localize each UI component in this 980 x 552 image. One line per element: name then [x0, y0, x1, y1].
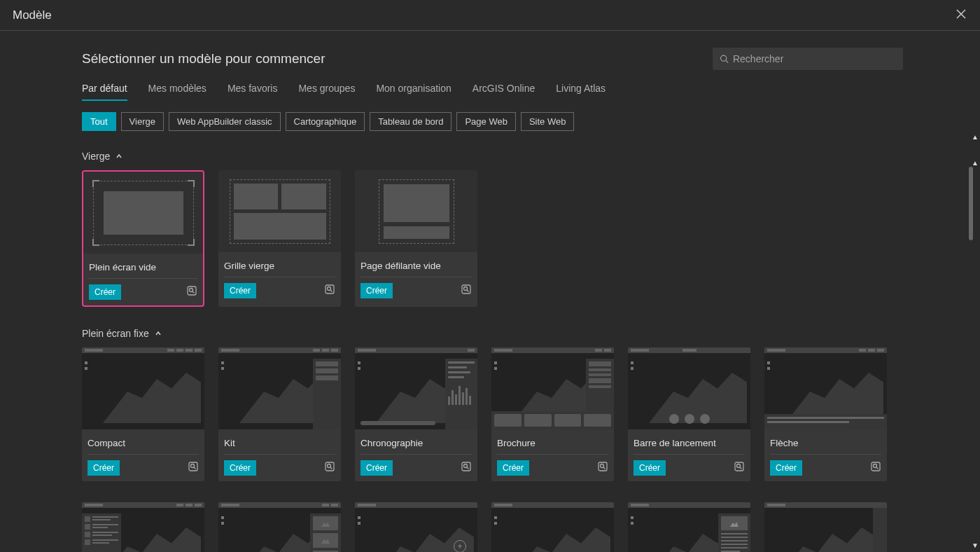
template-card-kit[interactable]: Kit Créer	[218, 347, 341, 481]
section-fullscreen-header[interactable]: Plein écran fixe	[82, 328, 903, 339]
template-card-chrono[interactable]: Chronographie Créer	[355, 347, 477, 481]
fullscreen-cards-row2: +	[82, 502, 903, 552]
search-input[interactable]	[733, 53, 896, 64]
svg-point-14	[191, 464, 195, 468]
create-button[interactable]: Créer	[497, 460, 529, 476]
main-content: Sélectionner un modèle pour commencer Pa…	[0, 31, 980, 552]
preview-icon[interactable]	[186, 285, 197, 299]
create-button[interactable]: Créer	[360, 460, 393, 476]
tab-default[interactable]: Par défaut	[82, 83, 127, 101]
blank-cards: Plein écran vide Créer Grille vierge Cré…	[82, 170, 903, 307]
template-card[interactable]	[82, 502, 204, 552]
template-card-fullscreen-blank[interactable]: Plein écran vide Créer	[82, 170, 204, 307]
svg-line-12	[467, 290, 469, 292]
tab-my-favorites[interactable]: Mes favoris	[227, 83, 278, 101]
template-thumbnail	[764, 347, 887, 429]
svg-marker-32	[321, 539, 330, 544]
template-thumbnail	[355, 170, 477, 252]
filter-website[interactable]: Site Web	[521, 112, 575, 131]
svg-rect-16	[326, 462, 334, 471]
template-thumbnail	[628, 347, 750, 429]
scroll-up-arrow[interactable]: ▲	[972, 133, 979, 141]
header: Modèle	[0, 0, 980, 31]
svg-line-30	[876, 467, 878, 469]
template-thumbnail	[218, 170, 341, 252]
svg-line-21	[467, 467, 469, 469]
template-card[interactable]	[218, 502, 341, 552]
scroll-down-arrow[interactable]: ▼	[972, 541, 979, 549]
search-box[interactable]	[713, 48, 903, 70]
tab-my-groups[interactable]: Mes groupes	[298, 83, 355, 101]
preview-icon[interactable]	[188, 461, 199, 475]
create-button[interactable]: Créer	[770, 460, 802, 476]
preview-icon[interactable]	[597, 461, 608, 475]
template-title: Kit	[224, 435, 335, 455]
template-card[interactable]	[628, 502, 750, 552]
template-card-grid-blank[interactable]: Grille vierge Créer	[218, 170, 341, 307]
svg-point-17	[328, 464, 331, 468]
svg-point-20	[464, 464, 468, 468]
filter-all[interactable]: Tout	[82, 112, 116, 131]
svg-line-27	[740, 467, 742, 469]
template-thumbnail	[764, 502, 887, 552]
svg-rect-25	[735, 462, 743, 471]
template-card[interactable]	[764, 502, 887, 552]
close-button[interactable]	[955, 8, 967, 23]
create-button[interactable]: Créer	[224, 283, 256, 298]
filter-row: Tout Vierge Web AppBuilder classic Carto…	[82, 112, 903, 131]
svg-rect-7	[326, 285, 334, 294]
section-blank-header[interactable]: Vierge	[82, 151, 903, 162]
template-card-arrow[interactable]: Flèche Créer	[764, 347, 887, 481]
template-title: Chronographie	[360, 435, 472, 455]
filter-map[interactable]: Cartographique	[286, 112, 365, 131]
svg-point-5	[190, 289, 193, 292]
svg-line-6	[192, 291, 195, 294]
template-title: Plein écran vide	[89, 259, 197, 279]
template-card-compact[interactable]: Compact Créer	[82, 347, 204, 481]
create-button[interactable]: Créer	[634, 460, 666, 476]
preview-icon[interactable]	[324, 284, 335, 298]
template-card[interactable]: +	[355, 502, 477, 552]
page-title: Sélectionner un modèle pour commencer	[82, 51, 325, 67]
tab-my-org[interactable]: Mon organisation	[376, 83, 451, 101]
create-button[interactable]: Créer	[88, 460, 120, 476]
scroll-up-arrow-inner[interactable]: ▲	[972, 159, 979, 167]
template-thumbnail	[218, 347, 341, 429]
header-title: Modèle	[13, 8, 52, 22]
svg-line-15	[194, 467, 196, 469]
tab-my-templates[interactable]: Mes modèles	[148, 83, 206, 101]
svg-rect-19	[462, 462, 470, 471]
create-button[interactable]: Créer	[89, 284, 121, 300]
template-card-scrolling-blank[interactable]: Page défilante vide Créer	[355, 170, 477, 307]
template-thumbnail	[491, 347, 614, 429]
svg-line-18	[330, 467, 332, 469]
svg-line-24	[603, 467, 606, 469]
scrollbar-thumb[interactable]	[969, 167, 973, 240]
tab-arcgis-online[interactable]: ArcGIS Online	[472, 83, 535, 101]
template-card-brochure[interactable]: Brochure Créer	[491, 347, 614, 481]
svg-point-2	[721, 55, 727, 61]
svg-rect-4	[188, 287, 196, 295]
preview-icon[interactable]	[461, 284, 472, 298]
create-button[interactable]: Créer	[360, 283, 393, 298]
svg-point-26	[737, 464, 741, 468]
filter-wab[interactable]: Web AppBuilder classic	[169, 112, 281, 131]
section-fullscreen-title: Plein écran fixe	[82, 328, 149, 339]
svg-point-23	[601, 464, 604, 468]
filter-dashboard[interactable]: Tableau de bord	[370, 112, 451, 131]
preview-icon[interactable]	[324, 461, 335, 475]
filter-blank[interactable]: Vierge	[121, 112, 164, 131]
svg-rect-13	[189, 462, 197, 471]
preview-icon[interactable]	[461, 461, 472, 475]
template-thumbnail	[83, 172, 203, 254]
template-card-launchbar[interactable]: Barre de lancement Créer	[628, 347, 750, 481]
filter-webpage[interactable]: Page Web	[456, 112, 515, 131]
chevron-up-icon	[155, 330, 162, 337]
svg-line-3	[726, 60, 728, 62]
tab-living-atlas[interactable]: Living Atlas	[556, 83, 606, 101]
search-icon	[720, 54, 729, 64]
create-button[interactable]: Créer	[224, 460, 256, 476]
preview-icon[interactable]	[734, 461, 745, 475]
template-card[interactable]	[491, 502, 614, 552]
preview-icon[interactable]	[870, 461, 881, 475]
